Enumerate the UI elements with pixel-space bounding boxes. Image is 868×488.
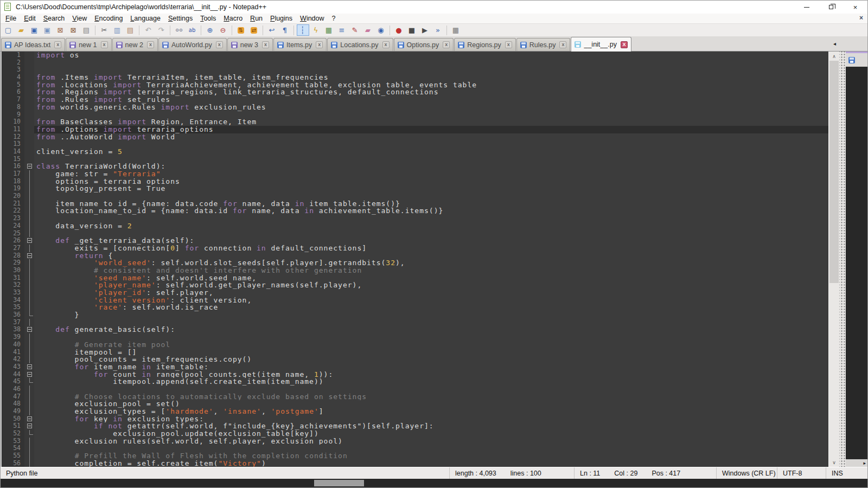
code-line[interactable]: 38 def generate_basic(self): [2,326,828,333]
tab-regions-py[interactable]: Regions.pyx [454,38,516,51]
tab-new-1[interactable]: new 1x [66,38,111,51]
fold-collapse-icon[interactable] [24,422,34,430]
code-line[interactable]: 34 'client_version': client_version, [2,297,828,304]
code-line-text[interactable]: # Generate item pool [34,341,828,349]
document-map-button[interactable]: ▦ [323,24,335,36]
code-line[interactable]: 40 # Generate item pool [2,341,828,349]
code-line[interactable]: 3 [2,66,828,74]
code-line[interactable]: 48 exclusion_pool = set() [2,400,828,408]
code-line[interactable]: 10from BaseClasses import Region, Entran… [2,118,828,126]
code-line[interactable]: 6from .Regions import terraria_regions, … [2,88,828,96]
code-line-text[interactable]: from .Items import TerrariaItem, item_ta… [34,74,828,81]
code-editor[interactable]: 1import os234from .Items import Terraria… [1,52,828,467]
word-wrap-button[interactable]: ↩ [266,24,278,36]
code-line-text[interactable] [34,445,828,452]
code-line-text[interactable] [34,230,828,237]
code-line-text[interactable] [34,319,828,326]
save-file-button[interactable]: ▣ [28,24,41,36]
code-line-text[interactable]: location_name_to_id = {name: data.id for… [34,207,828,215]
code-line[interactable]: 32 'player_name': self.world.get_player_… [2,281,828,289]
code-line-text[interactable]: item_name_to_id = {name: data.code for n… [34,200,828,208]
sync-vertical-scroll-button[interactable]: ⇅ [235,24,247,36]
code-line[interactable]: 22 location_name_to_id = {name: data.id … [2,207,828,215]
menu-[interactable]: ? [328,14,340,23]
code-line-text[interactable]: client_version = 5 [34,148,828,156]
code-line[interactable]: 7from .Rules import set_rules [2,96,828,104]
monitoring-button[interactable]: ◉ [375,24,387,36]
save-all-button[interactable]: ▣ [41,24,54,36]
splitter-grip[interactable] [839,52,846,467]
show-all-characters-button[interactable]: ¶ [279,24,291,36]
fold-collapse-icon[interactable] [24,237,34,245]
code-line-text[interactable]: # Choose locations to automatically excl… [34,393,828,401]
open-file-button[interactable]: ▰ [15,24,28,36]
current-code-line-text[interactable]: from .Options import terraria_options [34,126,828,133]
code-line[interactable]: 23 [2,215,828,222]
code-line-text[interactable] [34,59,828,67]
tab-scroll-left-icon[interactable]: ◂ [833,41,836,47]
tab-ap-ideas-txt[interactable]: AP Ideas.txtx [1,38,65,51]
tab-close-icon[interactable]: x [505,41,512,48]
code-line[interactable]: 43 for item_name in item_table: [2,363,828,371]
sync-horizontal-scroll-button[interactable]: ⇄ [248,24,260,36]
folder-as-workspace-button[interactable]: ▰ [362,24,374,36]
scroll-right-icon[interactable]: ▸ [863,460,866,466]
scrollbar-track[interactable] [829,61,839,458]
code-line-text[interactable]: data_version = 2 [34,222,828,230]
code-line-text[interactable]: exclusion_rules(self.world, self.player,… [34,438,828,445]
code-line[interactable]: 44 for count in range(pool_counts.get(it… [2,371,828,378]
code-line[interactable]: 26 def _get_terraria_data(self): [2,237,828,245]
copy-button[interactable]: ▥ [111,24,124,36]
print-button[interactable]: ▤ [80,24,93,36]
code-line-text[interactable]: from worlds.generic.Rules import exclusi… [34,104,828,111]
code-line-text[interactable]: itempool.append(self.create_item(item_na… [34,378,828,386]
scroll-up-icon[interactable]: ∧ [829,52,839,61]
code-line-text[interactable]: def _get_terraria_data(self): [34,237,828,245]
find-button[interactable]: ⊙⊙ [173,24,186,36]
cut-button[interactable]: ✂ [98,24,111,36]
function-list-button[interactable]: ϟ [310,24,322,36]
menu-file[interactable]: File [2,14,20,23]
code-line[interactable]: 30 # consistent and doesn't interfere wi… [2,267,828,274]
document-list-button[interactable]: ≡ [336,24,348,36]
tab--init-py[interactable]: __init__.pyX [571,37,631,52]
close-file-button[interactable]: ⊠ [54,24,67,36]
code-line-text[interactable]: from .Rules import set_rules [34,96,828,104]
tab-close-icon[interactable]: x [559,41,566,48]
code-line-text[interactable]: # consistent and doesn't interfere with … [34,267,828,274]
code-line[interactable]: 16class TerrariaWorld(World): [2,163,828,170]
tab-locations-py[interactable]: Locations.pyx [327,38,393,51]
macro-stop-button[interactable]: ■ [406,24,418,36]
tab-close-icon[interactable]: x [316,41,323,48]
code-line[interactable]: 25 [2,230,828,237]
tab-close-icon[interactable]: x [147,41,154,48]
code-line[interactable]: 29 'world_seed': self.world.slot_seeds[s… [2,259,828,267]
code-line[interactable]: 13 [2,140,828,148]
close-all-button[interactable]: ⊠ [67,24,80,36]
zoom-in-button[interactable]: ⊕ [204,24,216,36]
fold-collapse-icon[interactable] [24,371,34,378]
tab-close-icon[interactable]: x [443,41,450,48]
code-line-text[interactable] [34,140,828,148]
code-line[interactable]: 4from .Items import TerrariaItem, item_t… [2,74,828,81]
code-line-text[interactable]: # Prefill the Wall of Flesh with the com… [34,452,828,460]
code-line-text[interactable]: from .Regions import terraria_regions, l… [34,88,828,96]
code-line-text[interactable]: exclusion_pool.update(exclusion_table[ke… [34,430,828,438]
macro-run-multiple-button[interactable]: » [432,24,444,36]
code-line-text[interactable]: topology_present = True [34,185,828,192]
tab-new-2[interactable]: new 2x [112,38,158,51]
code-line-text[interactable]: import os [34,52,828,59]
tab-new-3[interactable]: new 3x [227,38,273,51]
fold-collapse-icon[interactable] [24,163,34,170]
close-button[interactable]: × [843,1,867,14]
menu-settings[interactable]: Settings [164,14,196,23]
menu-run[interactable]: Run [246,14,266,23]
code-line[interactable]: 46 [2,386,828,393]
close-document-icon[interactable]: × [859,14,863,22]
code-line[interactable]: 33 'player_id': self.player, [2,289,828,297]
code-line[interactable]: 21 item_name_to_id = {name: data.code fo… [2,200,828,208]
code-line[interactable]: 37 [2,319,828,326]
code-line-text[interactable] [34,215,828,222]
code-line-text[interactable] [34,192,828,200]
code-line[interactable]: 49 exclusion_types = ['hardmode', 'insan… [2,408,828,415]
